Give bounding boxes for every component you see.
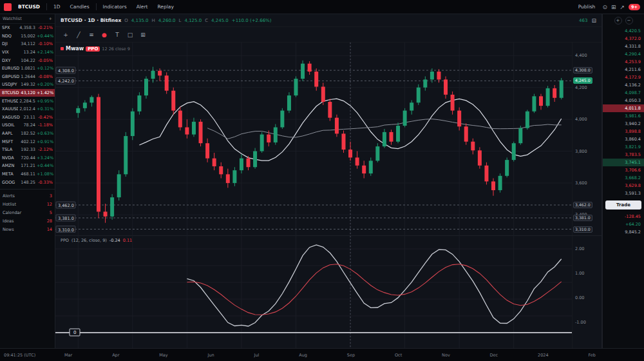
- quotes-toolbar: + −: [603, 15, 644, 27]
- watchlist-row[interactable]: XAUUSD2,012.4+0.31%: [0, 105, 55, 113]
- interval-button[interactable]: 1D: [50, 3, 64, 11]
- chart-symbol-title[interactable]: BTCUSD · 1D · Bitfinex: [61, 17, 121, 23]
- watchlist-row[interactable]: NDQ15,002+0.44%: [0, 32, 55, 41]
- watchlist-row[interactable]: META468.11+1.08%: [0, 170, 55, 179]
- snapshot-icon[interactable]: ⊙: [602, 4, 607, 10]
- indicator-pane: PPO (12, 26, close, 9) -0.24 0.11 0 2.00…: [55, 236, 601, 348]
- add-symbol-button[interactable]: +: [49, 16, 52, 21]
- watchlist-row[interactable]: XAGUSD23.11-0.42%: [0, 113, 55, 122]
- quote-row[interactable]: 4,372.0: [603, 35, 644, 43]
- alert-button[interactable]: Alert: [133, 3, 151, 11]
- watchlist-row[interactable]: USDJPY149.32+0.20%: [0, 81, 55, 89]
- quote-row[interactable]: 3,783.5: [603, 151, 644, 159]
- quote-row[interactable]: 4,253.9: [603, 58, 644, 66]
- quote-row[interactable]: 3,860.4: [603, 135, 644, 143]
- watchlist-row[interactable]: AMZN171.21+0.44%: [0, 162, 55, 170]
- quote-row[interactable]: 4,098.7: [603, 89, 644, 97]
- text-icon[interactable]: T: [112, 30, 122, 40]
- indicators-button[interactable]: Indicators: [100, 3, 130, 11]
- sidebar-panel-item[interactable]: Ideas28: [0, 217, 55, 226]
- high-label: H: [152, 18, 155, 23]
- trade-button[interactable]: Trade: [605, 200, 641, 210]
- watchlist-sidebar: Watchlist + SPX4,358.3-0.21%NDQ15,002+0.…: [0, 14, 55, 348]
- date-tick: Jun: [208, 353, 214, 358]
- lower-indicator-legend[interactable]: PPO (12, 26, close, 9) -0.24 0.11: [61, 238, 132, 243]
- quote-row[interactable]: 4,420.5: [603, 27, 644, 35]
- quote-row[interactable]: 4,136.2: [603, 81, 644, 89]
- watchlist-row[interactable]: MSFT402.12+0.91%: [0, 137, 55, 146]
- level-price-tag[interactable]: 3,381.0: [573, 215, 592, 221]
- level-price-tag[interactable]: 3,310.0: [573, 226, 592, 233]
- quote-row[interactable]: 3,668.2: [603, 174, 644, 182]
- oscillator-chart[interactable]: 0: [55, 236, 572, 348]
- quote-row[interactable]: 3,940.2: [603, 120, 644, 128]
- quote-row[interactable]: 3,981.6: [603, 112, 644, 120]
- symbol-search-button[interactable]: BTCUSD: [15, 3, 43, 11]
- watchlist-row[interactable]: SPX4,358.3-0.21%: [0, 24, 55, 32]
- divider: [46, 3, 47, 10]
- indicator-name: Mwaw: [66, 46, 84, 52]
- trading-app: BTCUSD 1D Candles Indicators Alert Repla…: [0, 0, 644, 361]
- watchlist-row[interactable]: NVDA720.44+3.24%: [0, 154, 55, 162]
- sidebar-panel-item[interactable]: Alerts3: [0, 192, 55, 200]
- watchlist-row[interactable]: DJI34,112-0.10%: [0, 40, 55, 48]
- watchlist-row[interactable]: GOOG148.25-0.33%: [0, 178, 55, 186]
- app-logo[interactable]: [4, 3, 12, 11]
- sidebar-panel-item[interactable]: News14: [0, 226, 55, 234]
- brush-icon[interactable]: ●: [99, 30, 109, 40]
- fib-icon[interactable]: ≡: [86, 30, 97, 40]
- watchlist-row[interactable]: ETHUSD2,284.5+0.95%: [0, 97, 55, 105]
- quote-row[interactable]: 3,898.8: [603, 128, 644, 135]
- quote-row[interactable]: 3,591.3: [603, 190, 644, 197]
- sidebar-panel-item[interactable]: Calendar5: [0, 209, 55, 217]
- date-tick: Aug: [299, 353, 307, 358]
- pnl-row: -128.45: [603, 213, 644, 220]
- watchlist-row[interactable]: VIX13.24+2.14%: [0, 48, 55, 57]
- level-price-tag[interactable]: 3,462.0: [573, 202, 592, 208]
- chart-settings-icon[interactable]: ⊟: [591, 17, 596, 24]
- lower-indicator-value1: -0.24: [109, 238, 120, 243]
- replay-button[interactable]: Replay: [154, 3, 176, 11]
- quote-row[interactable]: 4,172.9: [603, 73, 644, 81]
- quote-row[interactable]: 3,706.6: [603, 166, 644, 174]
- chart-style-button[interactable]: Candles: [67, 3, 93, 11]
- clock[interactable]: 09:41:25 (UTC): [4, 353, 35, 358]
- refresh-icon[interactable]: +: [614, 17, 622, 24]
- watchlist-row[interactable]: AAPL182.52+0.63%: [0, 130, 55, 138]
- quote-row[interactable]: 3,629.8: [603, 182, 644, 190]
- watchlist-row[interactable]: EURUSD1.0821+0.12%: [0, 64, 55, 73]
- publish-button[interactable]: Publish: [575, 3, 599, 11]
- last-price-tag[interactable]: 4,245.0: [573, 77, 592, 84]
- quote-row[interactable]: 4,331.8: [603, 43, 644, 50]
- quote-row[interactable]: 4,050.3: [603, 97, 644, 104]
- quote-row[interactable]: 3,821.9: [603, 143, 644, 151]
- quote-row[interactable]: 3,745.1: [603, 159, 644, 166]
- level-price-tag[interactable]: 4,308.0: [573, 67, 592, 73]
- watchlist-title: Watchlist: [3, 16, 22, 21]
- date-tick: Sep: [347, 353, 355, 358]
- notification-badge[interactable]: 9+: [629, 4, 640, 10]
- trendline-icon[interactable]: ╱: [73, 30, 84, 40]
- layout-icon[interactable]: ⊞: [611, 4, 616, 10]
- watchlist-row[interactable]: USOIL78.24-1.18%: [0, 121, 55, 130]
- oscillator-tick: 0.00: [575, 295, 584, 300]
- watchlist-row[interactable]: BTCUSD43,120+1.42%: [0, 89, 55, 97]
- quote-row[interactable]: 4,290.4: [603, 50, 644, 58]
- crosshair-icon[interactable]: +: [61, 30, 71, 40]
- open-label: O: [124, 18, 128, 23]
- quote-row[interactable]: 4,211.6: [603, 66, 644, 73]
- shapes-icon[interactable]: □: [125, 30, 135, 40]
- sidebar-panel-item[interactable]: Hotlist12: [0, 200, 55, 209]
- indicator-legend[interactable]: Mwaw PPO 12 26 close 9: [61, 46, 130, 52]
- watchlist-row[interactable]: GBPUSD1.2644-0.08%: [0, 73, 55, 81]
- quote-row[interactable]: 4,011.8: [603, 104, 644, 112]
- measure-icon[interactable]: ⊞: [138, 30, 148, 40]
- oscillator-axis[interactable]: 2.001.000.00-1.00: [572, 236, 601, 348]
- watchlist-row[interactable]: DXY104.22-0.05%: [0, 56, 55, 64]
- price-axis[interactable]: 4,4004,2004,0003,8003,6003,4004,308.04,2…: [572, 43, 601, 235]
- settings-icon[interactable]: −: [625, 17, 633, 24]
- candlestick-chart[interactable]: 4,308.04,242.03,462.03,381.03,310.0: [55, 43, 572, 236]
- watchlist: SPX4,358.3-0.21%NDQ15,002+0.44%DJI34,112…: [0, 24, 55, 186]
- fullscreen-icon[interactable]: ↗: [620, 4, 625, 10]
- watchlist-row[interactable]: TSLA192.33-2.12%: [0, 146, 55, 154]
